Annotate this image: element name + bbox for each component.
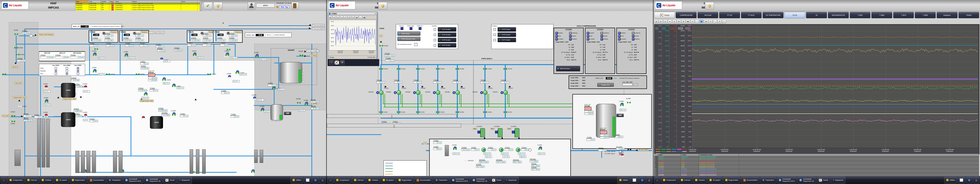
valve-CV3590[interactable]: CV3590 <box>226 54 229 56</box>
valve-BV4928[interactable]: BV4928 <box>300 54 303 56</box>
tab-analyseur[interactable]: Analyseur <box>937 12 958 18</box>
taskbar-item-documentation[interactable]: Documentation <box>88 177 106 184</box>
chart-tool-8[interactable]: ◫ <box>690 19 694 24</box>
taskbar-item-info[interactable]: i <box>639 177 646 184</box>
taskbar-item-commands-sequences-cb[interactable]: Commands Sequences CB <box>471 177 489 184</box>
taskbar-item-documentation[interactable]: Documentation <box>414 177 433 184</box>
legend-row-ST3570[interactable]: 8ST357019984/29/2025 12:52:49 PM <box>654 164 979 166</box>
valve-HV3369[interactable]: HV3369 <box>136 73 139 75</box>
chart-tool-0[interactable]: ▥ <box>654 19 658 24</box>
chart-tool-5[interactable]: ✥ <box>677 19 681 24</box>
valve-XV2361[interactable]: XV2361 <box>483 111 487 114</box>
valve-EV4506[interactable]: EV4506 <box>14 47 18 49</box>
chart-tool-12[interactable]: ◰ <box>708 19 713 24</box>
popup-title-bar[interactable]: LT5300✕ <box>328 12 377 15</box>
ads-check-Dirty-Ads A3520[interactable] <box>66 73 68 75</box>
ads-check-Available-Ads A3510[interactable] <box>55 70 57 72</box>
alarm-bell-button[interactable] <box>705 2 714 10</box>
available-check[interactable] <box>493 39 496 41</box>
button-VLP7-Enable[interactable]: ✔VLP7 Enable <box>498 38 516 42</box>
tab-regeneration[interactable]: REGENERATION <box>828 12 849 18</box>
chart-tool-2[interactable]: ⊕ <box>663 19 667 24</box>
valve-EV4300[interactable]: EV4300 <box>16 54 19 56</box>
taskbar-item-trends[interactable]: Trends <box>490 177 503 184</box>
button-VLP1-Enable[interactable]: ✔VLP1 Enable <box>438 27 457 32</box>
chart-tool-14[interactable]: N <box>718 19 722 24</box>
popup-tool-5[interactable]: ✥ <box>348 16 351 19</box>
taskbar-item-sequences[interactable]: ≡Sequences <box>177 177 192 184</box>
valve-XV2331[interactable]: XV2331 <box>416 111 420 114</box>
chart-tool-4[interactable]: ⊜ <box>672 19 676 24</box>
chart-tool-11[interactable]: ▤ <box>704 19 708 24</box>
popup-close-icon[interactable]: ✕ <box>374 13 376 15</box>
chart-tool-6[interactable]: ☰ <box>681 19 686 24</box>
legend-row-EH3484[interactable]: 11EH348467.00 [L]4/29/2025 12:53:06 PM [… <box>654 170 979 172</box>
taskbar-item-home2[interactable]: ⌂ <box>320 177 326 184</box>
taskbar-item-commands-sequences-wcs[interactable]: Commands Sequences WCS <box>123 177 143 184</box>
alarm-row[interactable]: 4/28/20255:39:30 PM315✓PDAH4563Turbine T… <box>76 5 202 6</box>
button-mecos-reset[interactable]: MECOS Reset <box>556 66 580 71</box>
taskbar-item-Utilities[interactable]: Utilities <box>617 177 630 184</box>
valve-unnamed[interactable] <box>251 171 255 173</box>
taskbar-item-parameters[interactable]: ⚙Parameters <box>760 177 776 184</box>
valve-XV2359[interactable]: XV2359 <box>456 68 459 70</box>
legend-row-EH3288[interactable]: 13EH328832.20 [L]4/29/2025 12:53:06 PM [… <box>654 174 979 176</box>
valve-unnamed[interactable] <box>628 149 631 151</box>
chart-tool-1[interactable]: ⊞ <box>659 19 663 24</box>
valve-XV2369[interactable]: XV2369 <box>483 68 487 70</box>
ads-check-Dirty-Ads A3510[interactable] <box>55 73 57 75</box>
taskbar-item-2k-system[interactable]: 2K system <box>708 177 722 184</box>
alarm-table[interactable]: DateTimeNumberStatusAreaSourceEvent4/30/… <box>75 0 202 11</box>
valve-XV2341[interactable]: XV2341 <box>436 111 439 114</box>
button-VLP5-Enable[interactable]: ✔VLP5 Enable <box>498 27 516 32</box>
valve-XV4500[interactable]: XV4500 <box>11 115 15 117</box>
vacuum-pump-VP2350[interactable]: MVP2350TSH2350 <box>455 90 460 95</box>
valve-unnamed[interactable] <box>3 73 6 75</box>
tab-cb-4k[interactable]: CB 4K <box>784 12 805 18</box>
valve-XV4594[interactable]: XV4594 <box>14 33 18 35</box>
taskbar-item-home[interactable]: ⌂ <box>328 177 334 184</box>
taskbar-item-regeneration[interactable]: Regeneration <box>396 177 414 184</box>
valve-CV3530[interactable]: CV3530 <box>93 54 97 56</box>
tab-vacuum[interactable]: VACUUM <box>697 12 719 18</box>
taskbar-item-compressors[interactable]: Compressors <box>334 177 352 184</box>
valve-CV3392[interactable]: CV3392 <box>255 56 259 58</box>
taskbar-item-commands-sequences-cb[interactable]: Commands Sequences CB <box>797 177 816 184</box>
valve-XV2311[interactable]: XV2311 <box>379 111 383 114</box>
valve-XV4501[interactable]: XV4501 <box>11 120 15 123</box>
taskbar-item-cold-box[interactable]: Cold box <box>352 177 366 184</box>
tab-t-3570[interactable]: T 3570 <box>893 12 914 18</box>
legend-row-EH3287[interactable]: 12EH328766.30 [L]4/29/2025 12:53:06 PM [… <box>654 172 979 174</box>
taskbar-item-regeneration[interactable]: Regeneration <box>70 177 87 184</box>
exit-button[interactable]: → <box>291 2 299 10</box>
valve-CV3520[interactable]: CV3520 <box>44 87 48 89</box>
popup-tool-4[interactable]: ⊜ <box>344 16 347 19</box>
taskbar-item-home2[interactable]: ⌂ <box>973 177 979 184</box>
vacuum-pump-VP2320[interactable]: MVP2320TSH2320 <box>396 90 401 95</box>
valve-CV3486[interactable]: CV3486 <box>305 103 308 106</box>
ads-check-Clean-Ads A3520[interactable] <box>66 67 68 69</box>
available-check[interactable] <box>493 34 496 36</box>
tab-pt-cb[interactable]: PT CB <box>719 12 740 18</box>
vacuum-pump-VP2340[interactable]: MVP2340TSH2340 <box>436 90 440 95</box>
vacuum-pump-VP2310[interactable]: MVP2310TSH2310 <box>379 90 383 95</box>
alarm-row[interactable]: 4/28/20255:39:30 PM443✓PDAH4473Turbine T… <box>76 8 202 11</box>
chart-tool-10[interactable]: ▮▮ <box>700 19 703 24</box>
valve-CV3570[interactable]: CV3570 <box>193 54 196 56</box>
valve-XV2319[interactable]: XV2319 <box>379 68 383 70</box>
mini-trends-button[interactable] <box>334 61 339 65</box>
taskbar-item-turbines[interactable]: Turbines <box>366 177 380 184</box>
chart-tool-7[interactable]: ▦ <box>686 19 690 24</box>
popup-tool-9[interactable]: ▮▮ <box>363 16 366 19</box>
valve-CV3555[interactable]: CV3555 <box>144 94 148 96</box>
valve-CV3548[interactable]: CV3548 <box>172 85 175 88</box>
button-PVPS-Reset[interactable]: PVPS Reset <box>397 31 420 36</box>
taskbar-item-home[interactable]: ⌂ <box>1 177 7 184</box>
taskbar-item-2k-system[interactable]: 2K system <box>54 177 69 184</box>
valve-CV3510[interactable]: CV3510 <box>44 115 48 118</box>
ads-check-Clean-Ads A3550[interactable] <box>77 67 79 69</box>
taskbar-item-info[interactable]: i <box>966 177 972 184</box>
tab-trends[interactable]: Trends <box>654 12 675 18</box>
taskbar-item-cold-box[interactable]: Cold box <box>679 177 693 184</box>
popup-tool-1[interactable]: ⇄ <box>332 16 336 19</box>
